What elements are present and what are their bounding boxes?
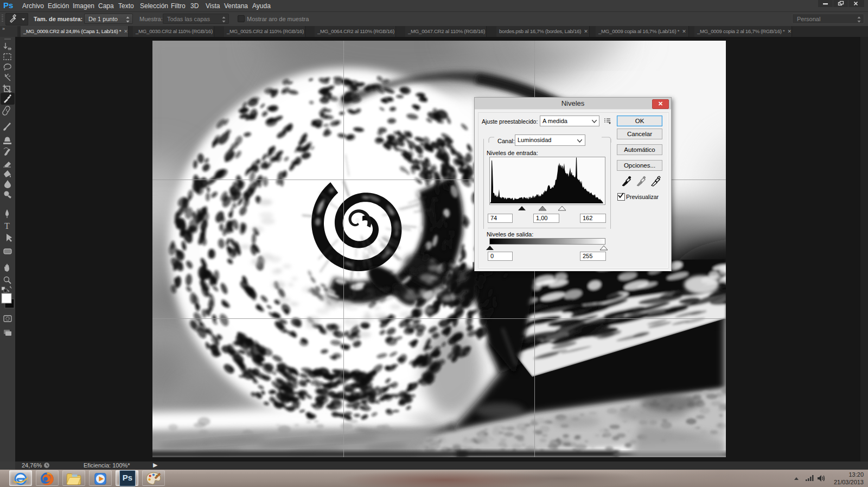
svg-text:T: T xyxy=(4,221,10,230)
